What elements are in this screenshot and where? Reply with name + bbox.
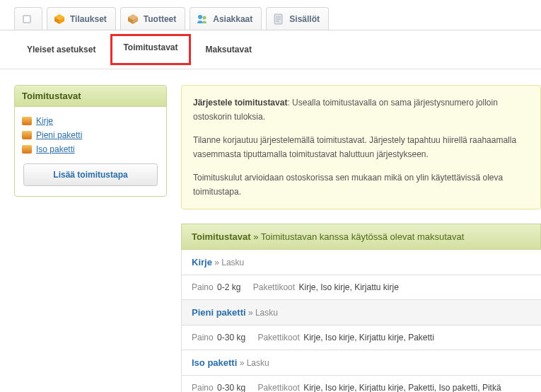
method-details-row: Paino 0-30 kg Pakettikoot Kirje, Iso kir… <box>181 325 541 350</box>
method-title-row: Kirje » Lasku <box>181 250 541 275</box>
method-link-pieni-paketti[interactable]: Pieni paketti <box>192 307 246 318</box>
sizes-value: Kirje, Iso kirje, Kirjattu kirje, Pakett… <box>303 333 434 342</box>
tab-sisallot[interactable]: Sisällöt <box>266 7 329 30</box>
method-sub: » Lasku <box>212 258 244 267</box>
info-paragraph: Tilanne korjautuu järjestelemällä toimit… <box>193 133 529 162</box>
method-details-row: Paino 0-2 kg Pakettikoot Kirje, Iso kirj… <box>181 275 541 300</box>
tab-tilaukset[interactable]: Tilaukset <box>47 7 116 30</box>
tab-label: Tuotteet <box>144 14 176 24</box>
subtab-yleiset-asetukset[interactable]: Yleiset asetukset <box>18 40 104 59</box>
table-header: Toimitustavat » Toimitustavan kanssa käy… <box>181 224 541 250</box>
method-sub: » Lasku <box>246 308 278 318</box>
table-header-main: Toimitustavat <box>192 231 251 242</box>
package-icon <box>22 117 32 125</box>
sidebar-link-iso-paketti[interactable]: Iso paketti <box>36 144 75 154</box>
sidebar-item: Pieni paketti <box>22 128 159 142</box>
sidebar-link-pieni-paketti[interactable]: Pieni paketti <box>36 130 82 140</box>
add-shipping-method-button[interactable]: Lisää toimitustapa <box>23 163 158 186</box>
methods-table: Toimitustavat » Toimitustavan kanssa käy… <box>181 224 541 392</box>
weight-label: Paino <box>192 282 214 292</box>
content-icon <box>272 13 285 25</box>
sizes-label: Pakettikoot <box>257 383 299 392</box>
top-tabs: Tilaukset Tuotteet Asiakkaat Sisällöt <box>0 0 541 30</box>
package-icon <box>22 145 32 154</box>
orders-icon <box>53 13 66 25</box>
content: Toimitustavat Kirje Pieni paketti Iso pa… <box>0 69 541 392</box>
sidebar: Toimitustavat Kirje Pieni paketti Iso pa… <box>14 85 167 392</box>
sidebar-list: Kirje Pieni paketti Iso paketti <box>22 114 159 156</box>
info-paragraph: Järjestele toimitustavat: Usealla toimit… <box>193 96 529 125</box>
main: Järjestele toimitustavat: Usealla toimit… <box>181 85 541 392</box>
sidebar-panel: Toimitustavat Kirje Pieni paketti Iso pa… <box>14 85 167 197</box>
subtab-maksutavat[interactable]: Maksutavat <box>197 40 260 59</box>
sizes-label: Pakettikoot <box>257 333 299 342</box>
sidebar-link-kirje[interactable]: Kirje <box>36 116 53 126</box>
sidebar-item: Kirje <box>22 114 159 128</box>
sub-tabs: Yleiset asetukset Toimitustavat Maksutav… <box>0 30 541 69</box>
sidebar-title: Toimitustavat <box>15 86 166 107</box>
sizes-label: Pakettikoot <box>253 282 295 292</box>
products-icon <box>127 13 139 25</box>
svg-point-9 <box>203 16 206 19</box>
method-title-row: Pieni paketti » Lasku <box>181 300 541 325</box>
table-header-sub: Toimitustavan kanssa käytössä olevat mak… <box>261 231 465 242</box>
tab-tuotteet[interactable]: Tuotteet <box>120 7 185 30</box>
info-strong: Järjestele toimitustavat <box>193 98 287 108</box>
svg-rect-1 <box>24 16 30 22</box>
subtab-toimitustavat[interactable]: Toimitustavat <box>110 34 190 65</box>
sidebar-body: Kirje Pieni paketti Iso paketti Lisää to… <box>15 107 166 196</box>
svg-point-8 <box>198 15 202 19</box>
tab-label: Asiakkaat <box>213 14 252 24</box>
weight-value: 0-30 kg <box>217 383 245 392</box>
customers-icon <box>196 13 209 25</box>
sizes-value: Kirje, Iso kirje, Kirjattu kirje <box>298 282 398 292</box>
info-box: Järjestele toimitustavat: Usealla toimit… <box>181 85 541 209</box>
sidebar-item: Iso paketti <box>22 142 159 156</box>
info-paragraph: Toimituskulut arvioidaan ostoskorissa se… <box>193 171 529 200</box>
method-details-row: Paino 0-30 kg Pakettikoot Kirje, Iso kir… <box>181 376 541 392</box>
tab-label: Tilaukset <box>70 14 107 24</box>
method-title-row: Iso paketti » Lasku <box>181 350 541 376</box>
table-header-sep: » <box>251 231 261 242</box>
package-icon <box>22 131 32 139</box>
tab-home[interactable] <box>14 7 42 30</box>
method-link-kirje[interactable]: Kirje <box>192 257 212 267</box>
weight-label: Paino <box>192 383 214 392</box>
weight-value: 0-2 kg <box>217 282 240 292</box>
tab-label: Sisällöt <box>289 14 320 24</box>
method-link-iso-paketti[interactable]: Iso paketti <box>192 357 237 368</box>
home-icon <box>21 13 33 25</box>
weight-label: Paino <box>192 333 214 342</box>
tab-asiakkaat[interactable]: Asiakkaat <box>190 7 262 30</box>
method-sub: » Lasku <box>237 358 269 368</box>
weight-value: 0-30 kg <box>217 333 245 342</box>
